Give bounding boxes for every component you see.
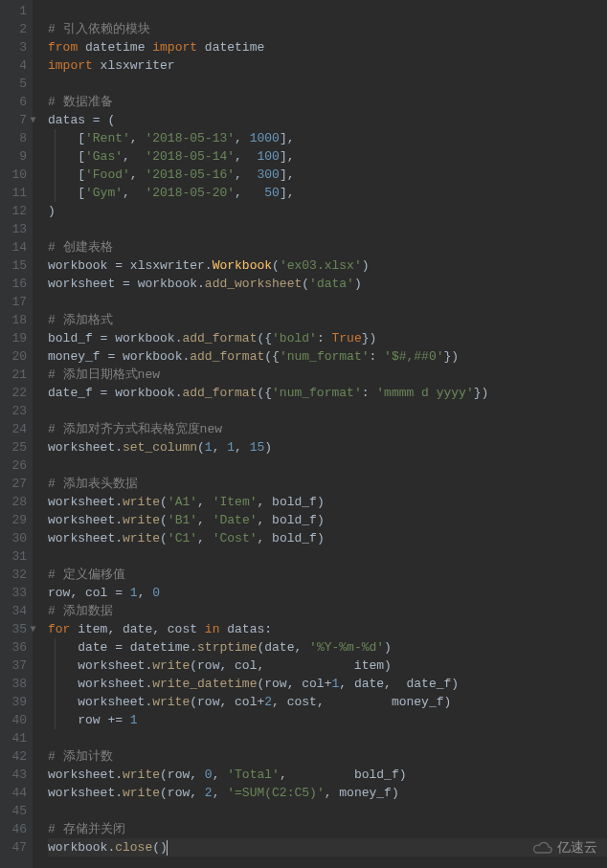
line-number: 1 xyxy=(4,2,27,20)
line-number: 2 xyxy=(4,20,27,38)
code-line[interactable]: worksheet.write('B1', 'Date', bold_f) xyxy=(48,511,607,529)
code-line[interactable]: worksheet.write_datetime(row, col+1, dat… xyxy=(48,675,607,693)
code-line[interactable]: # 引入依赖的模块 xyxy=(48,20,607,38)
code-line[interactable]: # 添加数据 xyxy=(48,602,607,620)
code-line[interactable] xyxy=(48,547,607,566)
line-number: 14 xyxy=(4,238,27,256)
line-number: 4 xyxy=(4,56,27,75)
code-line[interactable]: # 定义偏移值 xyxy=(48,566,607,584)
text-cursor xyxy=(167,840,168,856)
code-line[interactable]: ['Gas', '2018-05-14', 100], xyxy=(48,147,607,166)
line-number: 38 xyxy=(4,675,27,693)
line-number: 10 xyxy=(4,166,27,184)
code-line[interactable]: # 添加表头数据 xyxy=(48,475,607,493)
code-line[interactable]: worksheet.set_column(1, 1, 15) xyxy=(48,438,607,456)
code-line[interactable]: import xlsxwriter xyxy=(48,56,607,75)
line-number: 33 xyxy=(4,584,27,602)
code-line[interactable]: workbook.close() xyxy=(48,838,607,857)
code-line[interactable] xyxy=(48,402,607,420)
line-number: 16 xyxy=(4,275,27,293)
line-number: 26 xyxy=(4,456,27,475)
code-line[interactable]: date_f = workbook.add_format({'num_forma… xyxy=(48,384,607,402)
code-line[interactable]: worksheet = workbook.add_worksheet('data… xyxy=(48,275,607,293)
code-line[interactable]: for item, date, cost in datas: xyxy=(48,620,607,638)
line-number: 17 xyxy=(4,293,27,311)
line-number: 19 xyxy=(4,329,27,347)
code-line[interactable]: date = datetime.strptime(date, '%Y-%m-%d… xyxy=(48,638,607,657)
line-number: 3 xyxy=(4,38,27,56)
code-line[interactable]: worksheet.write(row, 2, '=SUM(C2:C5)', m… xyxy=(48,784,607,802)
code-line[interactable]: ['Food', '2018-05-16', 300], xyxy=(48,166,607,184)
cloud-icon xyxy=(532,840,553,856)
code-line[interactable]: # 添加对齐方式和表格宽度new xyxy=(48,420,607,438)
line-number: 5 xyxy=(4,75,27,93)
line-number: 23 xyxy=(4,402,27,420)
line-number: 29 xyxy=(4,511,27,529)
code-line[interactable]: ['Gym', '2018-05-20', 50], xyxy=(48,184,607,202)
line-number: 8 xyxy=(4,129,27,147)
line-number: 39 xyxy=(4,693,27,711)
code-line[interactable]: # 存储并关闭 xyxy=(48,820,607,838)
code-line[interactable]: worksheet.write(row, col, item) xyxy=(48,657,607,675)
line-number: 32 xyxy=(4,566,27,584)
line-number: 42 xyxy=(4,747,27,766)
line-number-gutter: 1234567▼89101112131415161718192021222324… xyxy=(0,0,33,868)
line-number: 27 xyxy=(4,475,27,493)
line-number: 46 xyxy=(4,820,27,838)
line-number: 13 xyxy=(4,220,27,238)
code-line[interactable]: ) xyxy=(48,202,607,220)
code-line[interactable]: datas = ( xyxy=(48,111,607,129)
line-number: 41 xyxy=(4,729,27,747)
code-line[interactable] xyxy=(48,729,607,747)
code-line[interactable]: from datetime import datetime xyxy=(48,38,607,56)
code-editor[interactable]: 1234567▼89101112131415161718192021222324… xyxy=(0,0,607,868)
line-number: 20 xyxy=(4,347,27,366)
code-line[interactable]: bold_f = workbook.add_format({'bold': Tr… xyxy=(48,329,607,347)
line-number: 30 xyxy=(4,529,27,547)
code-line[interactable]: # 添加日期格式new xyxy=(48,366,607,384)
line-number: 36 xyxy=(4,638,27,657)
watermark-text: 亿速云 xyxy=(557,838,597,857)
watermark: 亿速云 xyxy=(532,838,597,857)
line-number: 25 xyxy=(4,438,27,456)
line-number: 6 xyxy=(4,93,27,111)
line-number: 47 xyxy=(4,838,27,857)
code-line[interactable]: # 创建表格 xyxy=(48,238,607,256)
code-line[interactable]: # 添加计数 xyxy=(48,747,607,766)
code-line[interactable] xyxy=(48,220,607,238)
line-number: 31 xyxy=(4,547,27,566)
line-number: 18 xyxy=(4,311,27,329)
line-number: 34 xyxy=(4,602,27,620)
code-line[interactable] xyxy=(48,75,607,93)
code-line[interactable]: worksheet.write(row, 0, 'Total', bold_f) xyxy=(48,766,607,784)
line-number: 37 xyxy=(4,657,27,675)
line-number: 12 xyxy=(4,202,27,220)
code-line[interactable]: worksheet.write('A1', 'Item', bold_f) xyxy=(48,493,607,511)
line-number: 28 xyxy=(4,493,27,511)
code-area[interactable]: # 引入依赖的模块from datetime import datetimeim… xyxy=(33,0,607,868)
code-line[interactable] xyxy=(48,293,607,311)
code-line[interactable]: money_f = workbook.add_format({'num_form… xyxy=(48,347,607,366)
line-number: 45 xyxy=(4,802,27,820)
line-number: 43 xyxy=(4,766,27,784)
code-line[interactable]: worksheet.write('C1', 'Cost', bold_f) xyxy=(48,529,607,547)
code-line[interactable]: ['Rent', '2018-05-13', 1000], xyxy=(48,129,607,147)
line-number: 15 xyxy=(4,256,27,275)
line-number: 21 xyxy=(4,366,27,384)
line-number: 11 xyxy=(4,184,27,202)
code-line[interactable] xyxy=(48,802,607,820)
code-line[interactable] xyxy=(48,456,607,475)
code-line[interactable]: # 添加格式 xyxy=(48,311,607,329)
line-number: 22 xyxy=(4,384,27,402)
code-line[interactable]: # 数据准备 xyxy=(48,93,607,111)
line-number: 7▼ xyxy=(4,111,27,129)
code-line[interactable]: row += 1 xyxy=(48,711,607,729)
code-line[interactable] xyxy=(48,2,607,20)
line-number: 35▼ xyxy=(4,620,27,638)
code-line[interactable]: workbook = xlsxwriter.Workbook('ex03.xls… xyxy=(48,256,607,275)
line-number: 40 xyxy=(4,711,27,729)
line-number: 44 xyxy=(4,784,27,802)
code-line[interactable]: row, col = 1, 0 xyxy=(48,584,607,602)
line-number: 24 xyxy=(4,420,27,438)
code-line[interactable]: worksheet.write(row, col+2, cost, money_… xyxy=(48,693,607,711)
